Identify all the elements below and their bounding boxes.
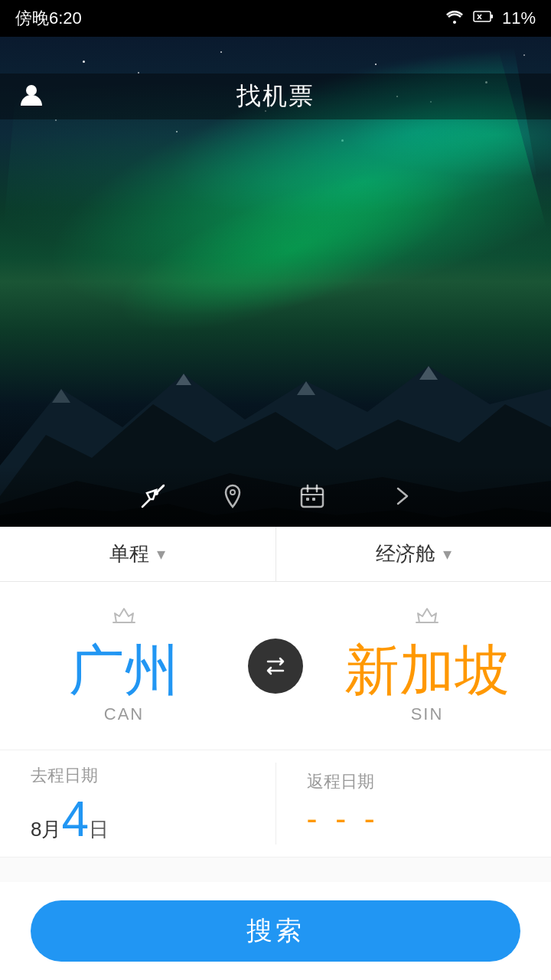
trip-type-dropdown[interactable]: 单程 ▾ <box>0 527 276 581</box>
origin-city-name: 广州 <box>69 640 179 701</box>
more-icon[interactable] <box>390 484 415 508</box>
svg-point-4 <box>26 85 37 96</box>
dest-city-name: 新加坡 <box>344 640 510 701</box>
status-right: 11% <box>444 8 536 28</box>
depart-label: 去程日期 <box>31 764 245 787</box>
depart-date-value: 8月4日 <box>31 795 245 844</box>
svg-rect-15 <box>302 488 323 507</box>
wifi-icon <box>444 8 465 28</box>
destination-tab[interactable] <box>216 479 249 513</box>
cabin-class-dropdown[interactable]: 经济舱 ▾ <box>276 527 552 581</box>
dest-city[interactable]: 新加坡 SIN <box>303 607 551 724</box>
page-title: 找机票 <box>236 80 315 113</box>
battery-level: 11% <box>502 8 536 28</box>
svg-rect-1 <box>491 15 493 18</box>
search-button[interactable]: 搜索 <box>31 900 520 962</box>
date-section: 去程日期 8月4日 返程日期 - - - <box>0 750 551 858</box>
flight-search-tab[interactable] <box>136 479 170 513</box>
trip-type-arrow: ▾ <box>157 544 165 564</box>
search-section: 搜索 <box>0 882 551 980</box>
depart-day: 4 <box>61 792 89 847</box>
cabin-class-label: 经济舱 <box>376 541 435 567</box>
svg-rect-0 <box>474 11 491 21</box>
arrival-icon <box>413 607 441 634</box>
return-date[interactable]: 返程日期 - - - <box>276 750 552 857</box>
trip-type-label: 单程 <box>109 541 149 567</box>
trip-options-row: 单程 ▾ 经济舱 ▾ <box>0 527 551 582</box>
svg-rect-20 <box>312 498 315 501</box>
cabin-class-arrow: ▾ <box>443 544 452 564</box>
status-bar: 傍晚6:20 11% <box>0 0 551 37</box>
swap-button[interactable] <box>248 639 303 694</box>
departure-icon <box>110 607 138 634</box>
origin-city[interactable]: 广州 CAN <box>0 607 248 724</box>
svg-rect-19 <box>306 498 309 501</box>
return-label: 返程日期 <box>307 770 521 793</box>
depart-day-suffix: 日 <box>89 818 109 841</box>
schedule-tab[interactable] <box>295 479 329 513</box>
profile-icon[interactable] <box>18 81 44 113</box>
return-date-placeholder: - - - <box>307 801 521 838</box>
depart-date[interactable]: 去程日期 8月4日 <box>0 750 276 857</box>
header: 找机票 <box>0 74 551 119</box>
battery-x-icon <box>473 8 494 28</box>
depart-month: 8月 <box>31 818 61 841</box>
status-time: 傍晚6:20 <box>15 7 82 30</box>
route-section: 广州 CAN 新加坡 SIN <box>0 582 551 750</box>
dest-city-code: SIN <box>411 704 444 724</box>
origin-city-code: CAN <box>104 704 144 724</box>
icon-bar <box>0 466 551 527</box>
svg-point-14 <box>230 490 235 495</box>
